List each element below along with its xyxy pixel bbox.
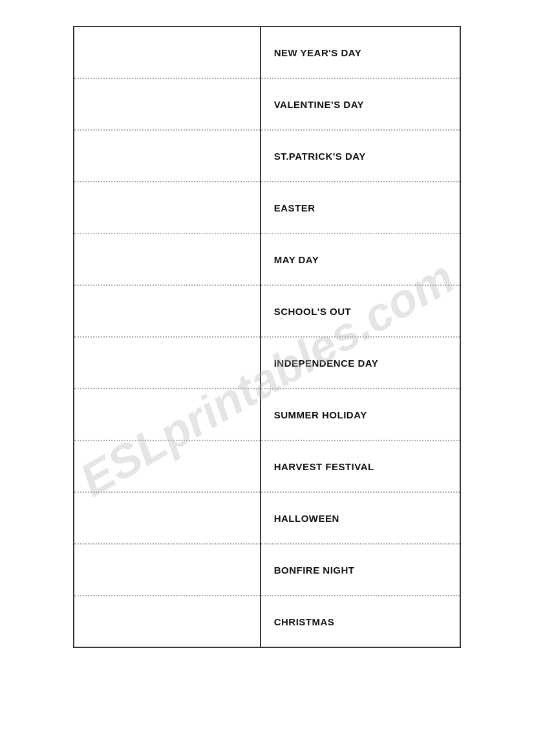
holiday-label-6: SCHOOL'S OUT — [261, 285, 460, 337]
holiday-label-8: SUMMER HOLIDAY — [261, 389, 460, 440]
image-cell-8 — [74, 389, 261, 440]
holiday-label-10: HALLOWEEN — [261, 492, 460, 544]
holiday-label-7: INDEPENDENCE DAY — [261, 337, 460, 389]
holiday-label-9: HARVEST FESTIVAL — [261, 440, 460, 492]
table-row: SCHOOL'S OUT — [74, 285, 460, 337]
image-cell-6 — [74, 285, 261, 337]
table-row: EASTER — [74, 182, 460, 233]
table-row: SUMMER HOLIDAY — [74, 389, 460, 440]
holiday-label-11: BONFIRE NIGHT — [261, 544, 460, 596]
image-cell-10 — [74, 492, 261, 544]
image-cell-3 — [74, 130, 261, 182]
image-cell-5 — [74, 233, 261, 285]
holiday-label-4: EASTER — [261, 182, 460, 233]
image-cell-11 — [74, 544, 261, 596]
image-cell-7 — [74, 337, 261, 389]
table-row: VALENTINE'S DAY — [74, 78, 460, 130]
holidays-table: NEW YEAR'S DAYVALENTINE'S DAYST.PATRICK'… — [73, 26, 461, 648]
holiday-label-1: NEW YEAR'S DAY — [261, 27, 460, 78]
table-row: NEW YEAR'S DAY — [74, 27, 460, 78]
table-row: MAY DAY — [74, 233, 460, 285]
holiday-label-12: CHRISTMAS — [261, 596, 460, 647]
table-row: ST.PATRICK'S DAY — [74, 130, 460, 182]
holiday-label-5: MAY DAY — [261, 233, 460, 285]
table-row: HALLOWEEN — [74, 492, 460, 544]
image-cell-2 — [74, 78, 261, 130]
image-cell-4 — [74, 182, 261, 233]
table-row: INDEPENDENCE DAY — [74, 337, 460, 389]
holiday-label-3: ST.PATRICK'S DAY — [261, 130, 460, 182]
table-row: CHRISTMAS — [74, 596, 460, 647]
image-cell-1 — [74, 27, 261, 78]
holiday-label-2: VALENTINE'S DAY — [261, 78, 460, 130]
image-cell-12 — [74, 596, 261, 647]
table-row: BONFIRE NIGHT — [74, 544, 460, 596]
image-cell-9 — [74, 440, 261, 492]
table-row: HARVEST FESTIVAL — [74, 440, 460, 492]
